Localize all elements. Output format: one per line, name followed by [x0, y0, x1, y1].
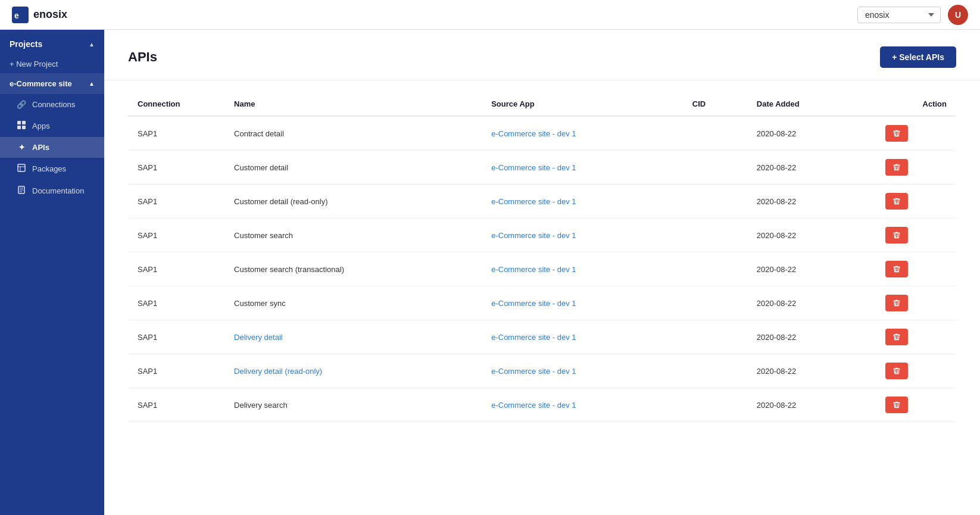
sidebar: Projects ▲ + New Project e-Commerce site…: [0, 30, 104, 515]
sidebar-item-connections-label: Connections: [32, 100, 75, 109]
table-row: SAP1 Delivery detail (read-only) e-Comme…: [128, 354, 956, 388]
new-project-label: + New Project: [10, 60, 58, 68]
cell-connection: SAP1: [128, 320, 224, 354]
cell-source-app: e-Commerce site - dev 1: [482, 185, 683, 219]
api-name-link[interactable]: Delivery detail: [234, 333, 283, 342]
connections-icon: 🔗: [17, 100, 26, 109]
source-app-link[interactable]: e-Commerce site - dev 1: [491, 333, 576, 342]
cell-action: [876, 286, 956, 320]
cell-source-app: e-Commerce site - dev 1: [482, 388, 683, 422]
trash-icon: [892, 401, 901, 409]
sidebar-item-apps[interactable]: Apps: [0, 115, 104, 137]
api-name: Customer search: [234, 231, 293, 240]
cell-source-app: e-Commerce site - dev 1: [482, 286, 683, 320]
api-name: Customer detail (read-only): [234, 197, 328, 206]
delete-button[interactable]: [885, 125, 908, 142]
cell-source-app: e-Commerce site - dev 1: [482, 252, 683, 286]
cell-name: Customer search (transactional): [224, 252, 482, 286]
top-header: e enosix enosix U: [0, 0, 980, 30]
cell-connection: SAP1: [128, 252, 224, 286]
new-project-button[interactable]: + New Project: [0, 55, 104, 73]
packages-icon: [17, 164, 26, 174]
cell-action: [876, 388, 956, 422]
logo-icon: e: [12, 7, 29, 23]
cell-source-app: e-Commerce site - dev 1: [482, 116, 683, 151]
cell-date-added: 2020-08-22: [747, 116, 876, 151]
api-name: Customer search (transactional): [234, 265, 344, 274]
source-app-link[interactable]: e-Commerce site - dev 1: [491, 265, 576, 274]
cell-date-added: 2020-08-22: [747, 219, 876, 252]
table-row: SAP1 Customer sync e-Commerce site - dev…: [128, 286, 956, 320]
cell-name: Delivery detail (read-only): [224, 354, 482, 388]
source-app-link[interactable]: e-Commerce site - dev 1: [491, 163, 576, 172]
svg-rect-5: [22, 126, 26, 129]
cell-action: [876, 185, 956, 219]
content-area: APIs + Select APIs Connection Name Sourc…: [104, 30, 980, 515]
svg-rect-2: [17, 121, 21, 124]
source-app-link[interactable]: e-Commerce site - dev 1: [491, 367, 576, 376]
source-app-link[interactable]: e-Commerce site - dev 1: [491, 231, 576, 240]
cell-name: Customer detail: [224, 151, 482, 185]
logo-text: enosix: [33, 8, 67, 21]
api-name: Customer detail: [234, 163, 288, 172]
trash-icon: [892, 333, 901, 341]
api-name: Customer sync: [234, 299, 286, 308]
delete-button[interactable]: [885, 159, 908, 176]
delete-button[interactable]: [885, 329, 908, 345]
delete-button[interactable]: [885, 193, 908, 210]
api-name-link[interactable]: Delivery detail (read-only): [234, 367, 322, 376]
header-right: enosix U: [857, 5, 968, 25]
project-name-label: e-Commerce site: [10, 79, 72, 88]
cell-action: [876, 116, 956, 151]
source-app-link[interactable]: e-Commerce site - dev 1: [491, 401, 576, 410]
cell-name: Contract detail: [224, 116, 482, 151]
source-app-link[interactable]: e-Commerce site - dev 1: [491, 129, 576, 138]
apis-icon: ✦: [17, 143, 26, 152]
sidebar-item-documentation[interactable]: Documentation: [0, 180, 104, 202]
cell-connection: SAP1: [128, 354, 224, 388]
col-header-cid: CID: [683, 92, 747, 116]
svg-rect-6: [18, 164, 25, 171]
cell-connection: SAP1: [128, 185, 224, 219]
sidebar-item-apps-label: Apps: [32, 121, 50, 130]
table-row: SAP1 Customer detail e-Commerce site - d…: [128, 151, 956, 185]
select-apis-button[interactable]: + Select APIs: [880, 46, 956, 68]
col-header-action: Action: [876, 92, 956, 116]
cell-cid: [683, 219, 747, 252]
cell-cid: [683, 116, 747, 151]
col-header-name: Name: [224, 92, 482, 116]
project-name-item[interactable]: e-Commerce site ▲: [0, 73, 104, 94]
cell-cid: [683, 252, 747, 286]
sidebar-item-connections[interactable]: 🔗 Connections: [0, 94, 104, 115]
cell-action: [876, 252, 956, 286]
cell-action: [876, 354, 956, 388]
source-app-link[interactable]: e-Commerce site - dev 1: [491, 197, 576, 206]
cell-source-app: e-Commerce site - dev 1: [482, 354, 683, 388]
page-title: APIs: [128, 49, 157, 65]
cell-cid: [683, 286, 747, 320]
sidebar-item-packages[interactable]: Packages: [0, 158, 104, 180]
delete-button[interactable]: [885, 363, 908, 379]
trash-icon: [892, 163, 901, 171]
projects-section-header[interactable]: Projects ▲: [0, 30, 104, 55]
source-app-link[interactable]: e-Commerce site - dev 1: [491, 299, 576, 308]
trash-icon: [892, 129, 901, 138]
cell-connection: SAP1: [128, 286, 224, 320]
projects-chevron-icon: ▲: [89, 41, 95, 48]
delete-button[interactable]: [885, 261, 908, 277]
cell-name: Customer sync: [224, 286, 482, 320]
cell-action: [876, 219, 956, 252]
trash-icon: [892, 367, 901, 375]
table-row: SAP1 Contract detail e-Commerce site - d…: [128, 116, 956, 151]
org-selector[interactable]: enosix: [857, 7, 941, 23]
avatar[interactable]: U: [948, 5, 968, 25]
delete-button[interactable]: [885, 397, 908, 413]
table-row: SAP1 Customer search e-Commerce site - d…: [128, 219, 956, 252]
sidebar-item-apis[interactable]: ✦ APIs: [0, 137, 104, 158]
delete-button[interactable]: [885, 227, 908, 244]
project-chevron-icon: ▲: [89, 80, 95, 87]
delete-button[interactable]: [885, 295, 908, 311]
cell-connection: SAP1: [128, 151, 224, 185]
cell-source-app: e-Commerce site - dev 1: [482, 320, 683, 354]
documentation-icon: [17, 186, 26, 196]
